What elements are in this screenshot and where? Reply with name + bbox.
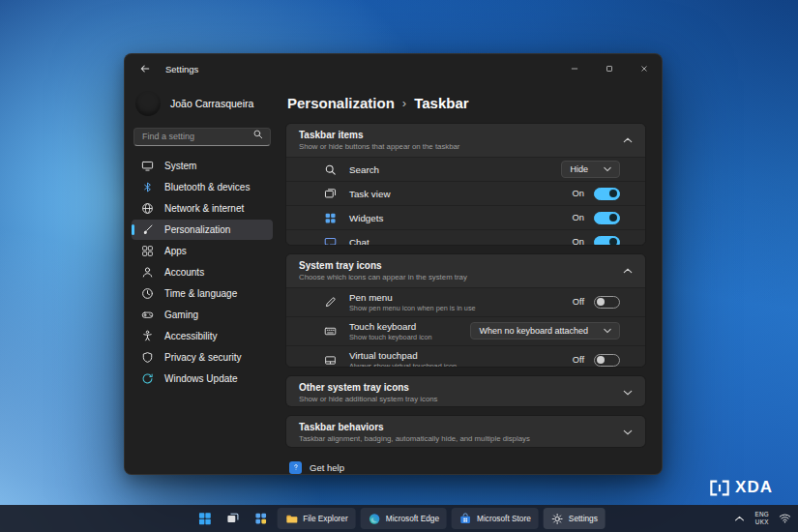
back-button[interactable] (133, 57, 158, 80)
settings-gear-icon (551, 513, 564, 525)
widgets-icon (253, 512, 267, 525)
touchpad-icon (323, 354, 338, 367)
setting-label: Widgets (349, 213, 383, 223)
chevron-up-icon[interactable] (623, 136, 633, 144)
account-entry[interactable]: João Carrasqueira (132, 83, 273, 126)
setting-label: Virtual touchpad (349, 350, 457, 361)
maximize-icon (605, 64, 614, 74)
card-taskbar-items: Taskbar items Show or hide buttons that … (285, 123, 646, 246)
touch-keyboard-dropdown[interactable]: When no keyboard attached (470, 322, 620, 340)
taskbar-app-label: Settings (569, 514, 598, 523)
setting-label: Pen menu (349, 292, 476, 303)
sidebar-item-network-internet[interactable]: Network & internet (132, 198, 273, 219)
sidebar-item-time-language[interactable]: Time & language (132, 283, 273, 304)
widgets-toggle[interactable] (594, 212, 620, 224)
expander-header-taskbar-items[interactable]: Taskbar items Show or hide buttons that … (286, 124, 645, 157)
sidebar-item-windows-update[interactable]: Windows Update (132, 369, 273, 389)
taskbar-app-settings[interactable]: Settings (544, 508, 606, 529)
toggle-state-label: On (573, 237, 584, 246)
setting-sublabel: Always show virtual touchpad icon (349, 362, 457, 368)
watermark-text: XDA (735, 478, 773, 497)
taskbar-app-file-explorer[interactable]: File Explorer (277, 508, 356, 529)
language-line1: ENG (754, 511, 769, 518)
xda-watermark: XDA (710, 478, 773, 497)
account-name: João Carrasqueira (170, 98, 253, 109)
tray-chevron-up-icon[interactable] (734, 515, 745, 522)
sidebar-item-accessibility[interactable]: Accessibility (132, 326, 273, 346)
taskbar-task-view-button[interactable] (221, 508, 244, 529)
breadcrumb: Personalization › Taskbar (287, 95, 646, 111)
sidebar-item-label: Windows Update (164, 373, 238, 384)
sidebar-item-system[interactable]: System (132, 156, 273, 176)
get-help-icon (289, 461, 302, 474)
chevron-up-icon[interactable] (623, 267, 633, 275)
setting-row-virtual-touchpad: Virtual touchpad Always show virtual tou… (286, 345, 645, 368)
card-subtitle: Taskbar alignment, badging, automaticall… (299, 434, 530, 443)
dropdown-value: When no keyboard attached (479, 326, 588, 336)
setting-label: Touch keyboard (349, 321, 432, 332)
taskbar-widgets-button[interactable] (249, 508, 272, 529)
pen-menu-toggle[interactable] (594, 296, 620, 309)
card-other-system-tray: Other system tray icons Show or hide add… (285, 375, 646, 408)
personalization-brush-icon (140, 222, 154, 236)
setting-row-search: Search Hide (286, 157, 645, 181)
taskbar-app-microsoft-store[interactable]: Microsoft Store (452, 508, 539, 529)
start-button[interactable] (192, 508, 216, 529)
setting-sublabel: Show pen menu icon when pen is in use (349, 304, 476, 312)
setting-label: Search (349, 164, 379, 175)
get-help-link[interactable]: Get help (289, 461, 646, 474)
sidebar-item-privacy-security[interactable]: Privacy & security (132, 347, 273, 368)
task-view-toggle[interactable] (594, 188, 620, 200)
virtual-touchpad-toggle[interactable] (594, 354, 620, 367)
maximize-button[interactable] (592, 54, 627, 83)
settings-window: Settings João Carrasqueira (124, 53, 663, 475)
sidebar-item-accounts[interactable]: Accounts (132, 262, 273, 282)
expander-header-other-tray[interactable]: Other system tray icons Show or hide add… (286, 376, 645, 408)
taskbar-app-microsoft-edge[interactable]: Microsoft Edge (361, 508, 447, 529)
task-view-icon (323, 188, 338, 200)
chevron-down-icon[interactable] (623, 389, 633, 397)
edge-icon (369, 513, 381, 525)
card-subtitle: Show or hide buttons that appear on the … (299, 142, 459, 151)
close-button[interactable] (627, 54, 662, 83)
search-visibility-dropdown[interactable]: Hide (561, 161, 620, 178)
toggle-state-label: On (573, 189, 584, 198)
sidebar-item-apps[interactable]: Apps (132, 241, 273, 261)
setting-row-task-view: Task view On (286, 181, 645, 205)
dropdown-value: Hide (570, 164, 588, 174)
search-input[interactable] (133, 128, 271, 146)
windows-logo-icon (197, 512, 211, 525)
breadcrumb-parent[interactable]: Personalization (287, 95, 395, 111)
setting-row-chat: Chat On (286, 229, 645, 246)
get-help-label: Get help (310, 462, 344, 473)
bluetooth-icon (140, 180, 154, 193)
setting-row-pen-menu: Pen menu Show pen menu icon when pen is … (286, 287, 645, 316)
sidebar-item-label: Time & language (164, 288, 237, 299)
taskbar-search-icon (323, 163, 338, 176)
caption-buttons (557, 54, 662, 83)
sidebar-item-gaming[interactable]: Gaming (132, 305, 273, 325)
back-arrow-icon (139, 63, 151, 74)
expander-header-system-tray[interactable]: System tray icons Choose which icons can… (286, 254, 645, 287)
wifi-icon[interactable] (779, 513, 791, 524)
sidebar-nav: System Bluetooth & devices Network & int… (132, 156, 273, 390)
update-icon (140, 371, 154, 385)
taskbar-center-group: File Explorer Microsoft Edge Microsoft S… (192, 505, 606, 532)
store-icon (459, 513, 472, 525)
sidebar-item-label: Gaming (164, 310, 198, 320)
os-taskbar: File Explorer Microsoft Edge Microsoft S… (0, 505, 798, 532)
expander-header-behaviors[interactable]: Taskbar behaviors Taskbar alignment, bad… (286, 416, 645, 448)
sidebar-item-personalization[interactable]: Personalization (132, 220, 273, 240)
language-indicator[interactable]: ENG UKX (754, 511, 769, 525)
chat-toggle[interactable] (594, 236, 620, 246)
sidebar-item-label: Accounts (164, 267, 204, 278)
sidebar-item-bluetooth-devices[interactable]: Bluetooth & devices (132, 177, 273, 197)
toggle-state-label: On (573, 213, 584, 222)
close-icon (639, 64, 649, 74)
shield-icon (140, 350, 154, 364)
minimize-button[interactable] (557, 54, 592, 83)
chevron-down-icon[interactable] (623, 429, 633, 436)
card-title: Taskbar behaviors (299, 422, 530, 432)
setting-sublabel: Show touch keyboard icon (349, 333, 432, 341)
pen-icon (323, 296, 338, 309)
